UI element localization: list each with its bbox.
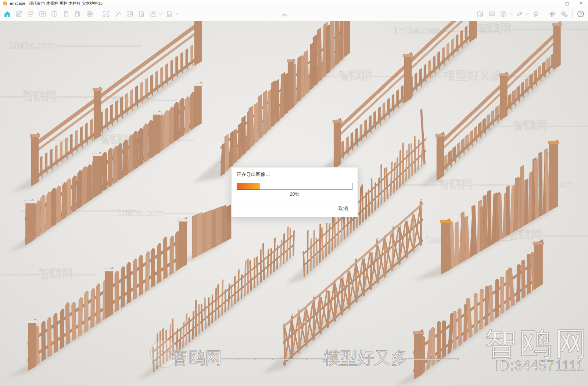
map-pin-icon[interactable] [475,9,485,19]
minimize-button[interactable]: – [546,0,560,7]
watermark-text: 智鸥网 [484,325,588,362]
document-render-icon[interactable] [137,9,146,19]
titlebar: Enscape - 现代篱笆 木栅栏 围栏 木栏杆 实木护栏15 –▢✕ [0,0,588,7]
magic-wand-icon[interactable] [113,9,123,19]
visual-settings-eye-icon[interactable] [548,9,557,19]
settings-gears-icon[interactable] [559,9,569,19]
chevron-up-icon[interactable] [280,12,288,18]
wing-icon[interactable] [515,9,524,19]
svg-text:EXE: EXE [168,14,172,16]
svg-text:BIM: BIM [28,11,33,14]
shield-leaf-icon[interactable] [50,9,59,19]
material-asset-icon[interactable] [487,9,496,19]
progress-percent: 20% [232,191,358,197]
building-power-icon[interactable] [73,9,83,19]
toolbar: BIM360°EXE ? [0,7,588,21]
media-reel-icon[interactable] [85,9,94,19]
home-icon[interactable] [3,9,12,19]
export-progress-dialog: 正在导出图像… 20% 取消 [231,167,358,217]
progress-bar [237,183,352,190]
watermark-text: 1miba.com————————— [9,40,141,51]
watermark-text: ————智鸥网—— [0,267,97,280]
panorama-360-icon[interactable]: 360° [148,9,158,19]
toolbar-left-group: BIM360°EXE [0,9,180,19]
bim-mode-icon[interactable]: BIM [26,9,36,19]
chevron-down-icon[interactable] [175,9,179,19]
enscape-logo-icon [3,1,7,6]
close-button[interactable]: ✕ [574,0,588,7]
fence-irregular-slat-fence [193,21,351,183]
maximize-button[interactable]: ▢ [560,0,574,7]
cube-icon[interactable] [499,9,508,19]
chevron-down-icon[interactable] [509,9,513,19]
fence-branch-x-fence [262,199,424,374]
window-controls: –▢✕ [546,0,588,7]
cancel-button[interactable]: 取消 [338,205,348,212]
vr-headset-icon[interactable] [531,9,541,19]
window-eye-icon[interactable] [38,9,47,19]
watermark-text: 智鸥网————————— [476,22,588,35]
chevron-down-icon[interactable] [526,9,529,19]
dialog-divider [232,202,358,202]
viewport-3d-scene[interactable]: 1miba.com——————智鸥网—————————1miba.com————… [0,21,588,386]
window-title: Enscape - 现代篱笆 木栅栏 围栏 木栏杆 实木护栏15 [10,1,103,6]
svg-text:?: ? [580,12,582,16]
toolbar-right-group: ? [474,7,587,21]
watermark-text: 1miba.com———— [117,207,202,218]
building-icon[interactable] [61,9,71,19]
watermark-text: 智鸥网——————模型好又多——— [171,348,459,367]
enscape-window: Enscape - 现代篱笆 木栅栏 围栏 木栏杆 实木护栏15 –▢✕ BIM… [0,0,588,386]
dialog-title: 正在导出图像… [237,171,270,178]
toolbar-separator [98,10,98,18]
toolbar-separator [544,10,544,18]
chevron-down-icon[interactable] [159,9,163,19]
render-image-icon[interactable] [125,9,135,19]
watermark-text: ID:344571111 [495,358,584,373]
screenshot-icon[interactable] [101,9,111,19]
exe-export-icon[interactable]: EXE [165,9,174,19]
toolbar-separator [572,10,573,18]
progress-fill [237,183,260,190]
help-icon[interactable]: ? [576,9,585,19]
watermark-text: —智鸥网————— [501,119,588,132]
document-edit-icon[interactable] [14,9,24,19]
svg-text:360°: 360° [152,11,156,13]
